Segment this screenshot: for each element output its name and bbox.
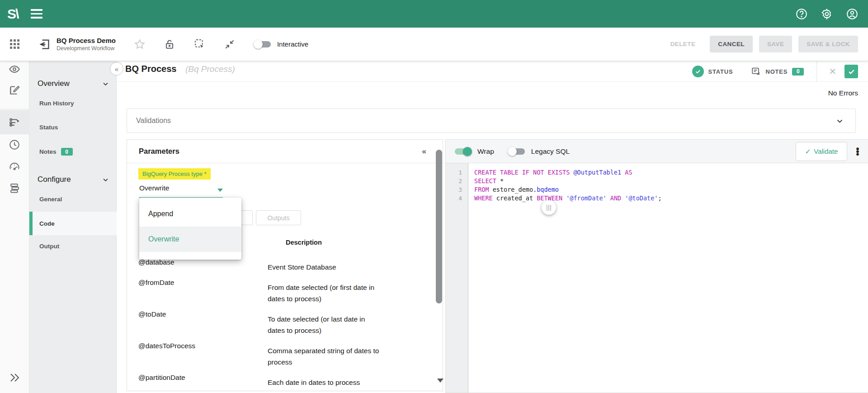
edit-compose-icon[interactable] <box>9 84 20 96</box>
nav-section-configure[interactable]: Configure <box>38 175 109 184</box>
parameter-name: @fromDate <box>138 279 268 310</box>
settings-gear-icon[interactable] <box>821 8 833 20</box>
status-check-icon <box>692 66 704 77</box>
apps-grid-icon[interactable] <box>10 39 19 49</box>
interactive-toggle[interactable] <box>254 39 272 49</box>
wrap-toggle-label: Wrap <box>477 147 494 156</box>
main-content: « BQ Process (Bq Process) STATUS NOTES 0… <box>117 61 868 393</box>
line-number: 1 <box>446 168 468 177</box>
preview-eye-icon[interactable] <box>9 63 21 76</box>
sidebar-item-notes[interactable]: Notes 0 <box>39 148 73 156</box>
parameter-row: @datesToProcessComma separated string of… <box>138 342 425 374</box>
parameter-name: @toDate <box>138 310 268 342</box>
delete-button[interactable]: DELETE <box>662 36 704 52</box>
confirm-check-button[interactable] <box>844 65 858 78</box>
sql-code-editor[interactable]: 1234 CREATE TABLE IF NOT EXISTS @OutputT… <box>446 163 868 393</box>
process-type-select[interactable]: Overwrite <box>139 184 169 192</box>
code-token: AS <box>625 169 632 176</box>
app-top-bar: S\ <box>0 0 868 28</box>
help-icon[interactable] <box>796 8 807 20</box>
panel-resize-handle[interactable] <box>542 200 556 215</box>
sidebar-item-general[interactable]: General <box>39 196 62 203</box>
validations-accordion[interactable]: Validations <box>127 109 856 133</box>
notes-indicator[interactable]: NOTES 0 <box>751 66 804 76</box>
line-number-gutter: 1234 <box>446 163 468 393</box>
code-token: CREATE TABLE IF NOT EXISTS <box>474 169 573 176</box>
compress-icon[interactable] <box>224 38 236 50</box>
workflow-type: Development Workflow <box>57 45 116 52</box>
select-mode-icon[interactable] <box>193 38 206 50</box>
parameter-description: To date selected (or last date in dates … <box>268 310 381 342</box>
sidebar-item-run-history[interactable]: Run History <box>39 100 74 107</box>
code-line: SELECT * <box>474 177 868 185</box>
nav-section-overview-label: Overview <box>38 79 70 88</box>
hamburger-menu-icon[interactable] <box>31 9 42 19</box>
cancel-button[interactable]: CANCEL <box>710 36 753 52</box>
code-line: CREATE TABLE IF NOT EXISTS @OutputTable1… <box>474 168 868 177</box>
code-token: WHERE <box>474 194 493 202</box>
favorite-star-icon[interactable] <box>134 38 146 50</box>
sidebar-item-status[interactable]: Status <box>39 124 58 131</box>
exit-workflow-icon[interactable] <box>38 38 50 51</box>
parameter-name: @datesToProcess <box>138 342 268 374</box>
sidebar-item-output[interactable]: Output <box>39 243 59 250</box>
notes-count-badge: 0 <box>61 148 73 156</box>
code-token: SELECT <box>474 177 496 185</box>
parameters-scrollbar-thumb[interactable] <box>436 150 442 303</box>
status-indicator[interactable]: STATUS <box>692 66 733 77</box>
code-panel-toolbar: Wrap Legacy SQL ✓ Validate ••• <box>446 140 868 163</box>
scroll-down-arrow-icon[interactable] <box>437 379 443 383</box>
dropdown-option-overwrite[interactable]: Overwrite <box>139 227 241 252</box>
history-clock-icon[interactable] <box>9 139 20 151</box>
rail-expand-icon[interactable] <box>9 373 20 383</box>
page-title: BQ Process <box>125 64 176 74</box>
code-token: FROM <box>474 186 489 193</box>
code-token: * <box>496 177 504 185</box>
workflow-toolbar: BQ Process Demo Development Workflow Int… <box>0 28 868 61</box>
gauge-dashboard-icon[interactable] <box>9 161 21 173</box>
code-token: AND <box>610 194 621 202</box>
close-icon[interactable]: ✕ <box>827 66 838 77</box>
notes-icon <box>751 66 761 76</box>
page-subtitle: (Bq Process) <box>185 64 235 74</box>
code-line: FROM estore_demo.bqdemo <box>474 185 868 194</box>
workflow-pipeline-icon[interactable] <box>9 116 21 128</box>
parameter-description: Event Store Database <box>268 258 381 279</box>
sidebar-item-code[interactable]: Code <box>29 212 117 235</box>
sql-code-content[interactable]: CREATE TABLE IF NOT EXISTS @OutputTable1… <box>468 163 868 393</box>
select-caret-icon[interactable] <box>217 189 223 192</box>
nav-section-overview[interactable]: Overview <box>38 79 109 88</box>
outputs-button[interactable]: Outputs <box>256 210 301 225</box>
parameter-name: @database <box>138 258 268 279</box>
chevron-down-icon <box>102 80 109 87</box>
legacy-sql-toggle[interactable] <box>508 147 526 156</box>
account-icon[interactable] <box>846 8 858 20</box>
dropdown-option-append[interactable]: Append <box>139 201 241 227</box>
no-errors-status: No Errors <box>828 89 858 97</box>
save-and-lock-button[interactable]: SAVE & LOCK <box>798 36 858 52</box>
parameters-title: Parameters <box>139 147 179 156</box>
lock-open-icon[interactable] <box>164 38 175 50</box>
header-divider <box>816 61 817 82</box>
parameter-description: From date selected (or first date in dat… <box>268 279 381 310</box>
bigquery-process-type-label: BigQuery Process type * <box>138 168 211 180</box>
line-number: 4 <box>446 194 468 203</box>
collapse-panel-button[interactable]: « <box>110 62 123 76</box>
code-token: '@toDate' <box>625 194 658 202</box>
validate-button[interactable]: ✓ Validate <box>796 142 847 161</box>
parameter-name: @partitionDate <box>138 374 268 393</box>
code-token: @OutputTable1 <box>573 169 621 176</box>
kebab-menu-icon[interactable]: ••• <box>847 147 868 156</box>
wrap-toggle[interactable] <box>454 147 472 156</box>
code-token <box>607 194 610 202</box>
save-button[interactable]: SAVE <box>759 36 792 52</box>
parameters-collapse-icon[interactable]: « <box>422 147 426 156</box>
line-number: 3 <box>446 185 468 194</box>
notes-header-badge: 0 <box>792 68 804 76</box>
description-column-header: Description <box>286 239 322 246</box>
check-icon: ✓ <box>805 147 811 156</box>
parameter-row: @databaseEvent Store Database <box>138 258 425 279</box>
stack-layers-icon[interactable] <box>9 182 21 194</box>
code-panel: Wrap Legacy SQL ✓ Validate ••• 1234 CREA… <box>445 139 868 393</box>
parameters-panel: Parameters « BigQuery Process type * Ove… <box>127 139 443 391</box>
